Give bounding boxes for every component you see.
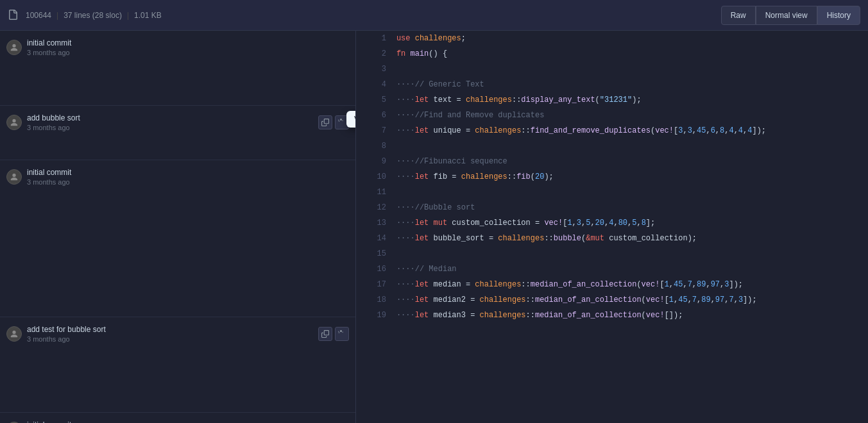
table-row: 17 ····let median = challenges::median_o…: [356, 277, 868, 292]
avatar: [6, 115, 22, 130]
code-table: 1 use challenges; 2 fn main() { 3 4 ····…: [356, 31, 868, 323]
line-number: 14: [356, 231, 396, 246]
toolbar: 100644 | 37 lines (28 sloc) | 1.01 KB Ra…: [0, 0, 868, 31]
commit-info: add test for bubble sort 3 months ago: [27, 325, 313, 343]
table-row: 10 ····let fib = challenges::fib(20);: [356, 169, 868, 185]
line-number: 1: [356, 31, 396, 46]
table-row: 19 ····let median3 = challenges::median_…: [356, 308, 868, 323]
blame-history-icon[interactable]: [335, 327, 349, 341]
blame-group: initial commit 3 months ago: [0, 160, 355, 317]
blame-spacer: [0, 351, 355, 371]
table-row: 2 fn main() {: [356, 46, 868, 62]
line-code: ····// Median: [396, 261, 868, 277]
blame-actions: [318, 115, 349, 129]
commit-time: 3 months ago: [27, 124, 313, 131]
line-code: ····let unique = challenges::find_and_re…: [396, 123, 868, 138]
blame-group: add test for bubble sort 3 months ago: [0, 317, 355, 413]
line-code: ····let bubble_sort = challenges::bubble…: [396, 231, 868, 246]
commit-message: initial commit: [27, 420, 349, 423]
table-row: 6 ····//Find and Remove duplicates: [356, 108, 868, 123]
commit-info: add bubble sort 3 months ago: [27, 113, 313, 131]
blame-entry: add test for bubble sort 3 months ago: [0, 317, 355, 351]
blame-prior-tooltip: View blame prior to this change: [346, 111, 356, 128]
table-row: 5 ····let text = challenges::display_any…: [356, 92, 868, 108]
line-code: ····// Generic Text: [396, 77, 868, 92]
blame-spacer: [0, 255, 355, 276]
line-number: 2: [356, 46, 396, 62]
line-code: ····let fib = challenges::fib(20);: [396, 169, 868, 185]
commit-info: initial commit 3 months ago: [27, 168, 349, 186]
table-row: 16 ····// Median: [356, 261, 868, 277]
blame-actions: [318, 327, 349, 341]
blame-group: initial commit 3 months ago: [0, 413, 355, 423]
raw-button[interactable]: Raw: [721, 6, 756, 25]
table-row: 1 use challenges;: [356, 31, 868, 46]
line-number: 3: [356, 62, 396, 77]
normal-view-button[interactable]: Normal view: [756, 6, 817, 25]
line-code: [396, 138, 868, 154]
blame-spacer: [0, 371, 355, 392]
line-number: 6: [356, 108, 396, 123]
file-meta: 100644 | 37 lines (28 sloc) | 1.01 KB: [26, 11, 721, 20]
line-code: [396, 246, 868, 261]
line-code: [396, 185, 868, 200]
blame-copy-icon[interactable]: [318, 327, 332, 341]
line-number: 5: [356, 92, 396, 108]
blame-spacer: [0, 296, 355, 317]
blame-spacer: [0, 139, 355, 160]
table-row: 3: [356, 62, 868, 77]
blame-entry: initial commit 3 months ago: [0, 160, 355, 194]
blame-spacer: [0, 64, 355, 85]
line-number: 18: [356, 292, 396, 308]
blame-entry: initial commit 3 months ago: [0, 31, 355, 64]
view-buttons: Raw Normal view History: [721, 6, 860, 25]
table-row: 4 ····// Generic Text: [356, 77, 868, 92]
line-number: 7: [356, 123, 396, 138]
code-panel: 1 use challenges; 2 fn main() { 3 4 ····…: [356, 31, 868, 423]
blame-copy-icon[interactable]: [318, 115, 332, 129]
main-layout: initial commit 3 months ago add bubble s…: [0, 31, 868, 423]
blame-spacer: [0, 235, 355, 255]
line-number: 12: [356, 200, 396, 215]
blame-group: add bubble sort 3 months ago: [0, 106, 355, 160]
commit-message: initial commit: [27, 168, 349, 177]
line-number: 15: [356, 246, 396, 261]
commit-info: initial commit 3 months ago: [27, 420, 349, 423]
avatar: [6, 169, 22, 185]
commit-time: 3 months ago: [27, 49, 349, 56]
table-row: 12 ····//Bubble sort: [356, 200, 868, 215]
line-code: [396, 62, 868, 77]
line-number: 19: [356, 308, 396, 323]
blame-spacer: [0, 194, 355, 214]
blame-group: initial commit 3 months ago: [0, 31, 355, 106]
table-row: 8: [356, 138, 868, 154]
avatar: [6, 40, 22, 55]
commit-time: 3 months ago: [27, 178, 349, 186]
blame-spacer: [0, 214, 355, 235]
blame-spacer: [0, 276, 355, 296]
history-button[interactable]: History: [817, 6, 860, 25]
line-number: 8: [356, 138, 396, 154]
line-code: use challenges;: [396, 31, 868, 46]
line-number: 16: [356, 261, 396, 277]
line-number: 9: [356, 154, 396, 169]
line-code: ····let median = challenges::median_of_a…: [396, 277, 868, 292]
line-code: ····let median3 = challenges::median_of_…: [396, 308, 868, 323]
line-number: 11: [356, 185, 396, 200]
line-code: ····let text = challenges::display_any_t…: [396, 92, 868, 108]
commit-message: add bubble sort: [27, 113, 313, 122]
line-code: ····//Fibunacci sequence: [396, 154, 868, 169]
table-row: 14 ····let bubble_sort = challenges::bub…: [356, 231, 868, 246]
table-row: 11: [356, 185, 868, 200]
file-id: 100644: [26, 11, 51, 20]
commit-time: 3 months ago: [27, 335, 313, 343]
blame-sidebar: initial commit 3 months ago add bubble s…: [0, 31, 356, 423]
file-icon: [8, 10, 19, 21]
lines-info: 37 lines (28 sloc): [64, 11, 122, 20]
commit-message: initial commit: [27, 38, 349, 47]
line-code: ····//Find and Remove duplicates: [396, 108, 868, 123]
line-code: ····let median2 = challenges::median_of_…: [396, 292, 868, 308]
table-row: 15: [356, 246, 868, 261]
table-row: 9 ····//Fibunacci sequence: [356, 154, 868, 169]
blame-spacer: [0, 85, 355, 105]
